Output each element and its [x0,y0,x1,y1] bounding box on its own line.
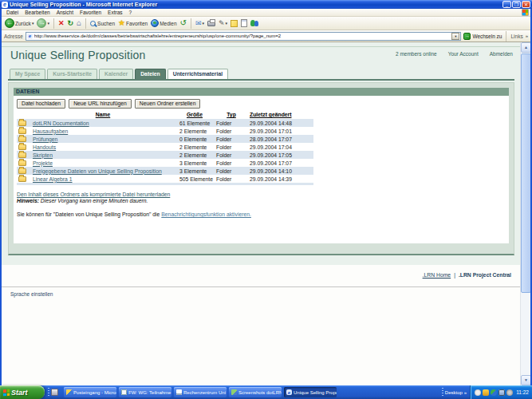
messenger-button[interactable] [250,19,259,27]
mail-button[interactable]: ✉ ▾ [195,20,205,27]
column-header-size[interactable]: Größe [175,111,215,119]
column-header-name[interactable]: Name [31,111,175,119]
menu-datei[interactable]: Datei [3,10,22,15]
tray-update-icon[interactable] [483,389,489,396]
taskbar-button-label: Screenshots dotLRN... [238,390,282,395]
folder-link[interactable]: Handouts [33,144,56,150]
taskbar-clock: 11:22 [516,389,529,395]
folder-link[interactable]: Hausaufgaben [33,128,68,134]
go-label: Wechseln zu [472,34,502,39]
your-account-link[interactable]: Your Account [448,51,479,57]
upload-file-button[interactable]: Datei hochladen [17,99,65,109]
close-button[interactable]: ✕ [522,1,530,8]
tray-messenger-icon[interactable] [491,389,497,396]
folder-size: 61 Elemente [175,119,215,127]
download-zip-link[interactable]: Den Inhalt dieses Ordners als komprimier… [17,192,170,197]
maximize-button[interactable]: ❐ [512,1,521,8]
forward-button[interactable]: → ▾ [36,18,50,28]
browser-window: Datei Bearbeiten Ansicht Favoriten Extra… [0,9,532,385]
desktop-toolbar[interactable]: Desktop » [442,388,470,397]
tab-my-space[interactable]: My Space [10,69,45,79]
folder-link[interactable]: Freigegebene Dateien von Unique Selling … [33,168,162,174]
links-chevron-icon[interactable]: » [526,34,528,38]
tray-display-icon[interactable] [499,389,505,396]
lrn-project-central-link[interactable]: .LRN Project Central [459,272,511,278]
toolbar-grip[interactable] [48,388,49,397]
folder-type: Folder [215,135,248,143]
media-button[interactable]: Medien [150,19,177,27]
taskbar-button-label: Unique Selling Proposi... [294,390,337,395]
folder-link[interactable]: Prüfungen [33,136,57,142]
tab-dateien[interactable]: Dateien [135,69,166,79]
minimize-button[interactable]: _ [502,1,511,8]
tab-kalender[interactable]: Kalender [99,69,133,79]
taskbar-button-posteingang[interactable]: Posteingang - Micros... [64,387,116,397]
home-icon: ⌂ [77,19,81,27]
search-button[interactable]: Suchen [89,21,116,26]
table-end-strip [17,183,313,185]
toolbar-separator [53,18,54,29]
desktop-chevron-icon[interactable]: » [464,390,467,395]
go-arrow-icon: → [463,33,471,40]
set-language-link[interactable]: Sprache einstellen [10,291,53,297]
go-button[interactable]: → Wechseln zu [463,33,502,40]
add-url-button[interactable]: Neue URL hinzufügen [69,99,132,109]
taskbar-button-unique-selling[interactable]: e Unique Selling Proposi... [284,387,337,397]
folder-icon [18,144,26,150]
menu-favoriten[interactable]: Favoriten [77,10,104,15]
refresh-button[interactable]: ↻ [66,20,74,27]
folder-type: Folder [215,151,248,159]
quick-launch-icon[interactable] [51,389,58,396]
address-bar: Adresse e http://www.theservice.de/dotlr… [2,30,530,42]
address-dropdown-button[interactable]: ▾ [451,33,459,40]
folder-size: 2 Elemente [175,151,215,159]
create-folder-button[interactable]: Neuen Ordner erstellen [135,99,201,109]
lrn-home-link[interactable]: .LRN Home [423,272,451,278]
folder-link[interactable]: Projekte [33,160,53,166]
scroll-up-button[interactable]: ▲ [521,42,530,53]
logout-link[interactable]: Abmelden [490,51,513,57]
notification-activate-link[interactable]: Benachrichtigungsfunktion aktivieren. [161,211,251,217]
folder-link[interactable]: Linear Algebra 1 [33,176,73,182]
folder-link[interactable]: dotLRN Documentation [33,120,89,126]
folder-link[interactable]: Skripten [33,152,53,158]
menu-ansicht[interactable]: Ansicht [53,10,77,15]
history-button[interactable]: ↺ [179,19,187,27]
column-header-type[interactable]: Typ [215,111,248,119]
files-portlet: DATEIEN Datei hochladen Neue URL hinzufü… [8,82,514,255]
action-buttons: Datei hochladen Neue URL hinzufügen Neue… [17,99,506,109]
favorites-button[interactable]: ★ Favoriten [117,19,148,27]
scroll-down-button[interactable]: ▼ [521,375,530,385]
stop-button[interactable]: ✕ [57,20,65,27]
menu-hilfe[interactable]: ? [126,10,136,15]
scrollbar-thumb[interactable] [521,53,530,293]
menu-bearbeiten[interactable]: Bearbeiten [22,10,53,15]
discuss-note-icon [231,20,238,27]
column-header-modified[interactable]: Zuletzt geändert [248,111,313,119]
tab-kurs-startseite[interactable]: Kurs-Startseite [47,69,97,79]
folder-size: 505 Elemente [175,175,215,183]
taskbar-button-screenshots[interactable]: Screenshots dotLRN... [229,387,282,397]
taskbar-button-rechenzentrum[interactable]: Rechenzentrum Uni K... [174,387,227,397]
home-button[interactable]: ⌂ [76,19,82,27]
back-icon: ← [5,18,14,28]
back-button[interactable]: ← Zurück ▾ [4,18,34,28]
address-input[interactable]: e http://www.theservice.de/dotlrn/classe… [26,32,462,41]
document-icon [176,389,182,395]
vertical-scrollbar[interactable]: ▲ ▼ [520,42,530,385]
history-icon: ↺ [180,19,187,27]
mail-caret-icon: ▾ [202,21,204,26]
print-button[interactable] [207,21,216,26]
tray-clock-app-icon[interactable] [475,389,481,396]
links-label[interactable]: Links [510,34,522,39]
research-button[interactable] [240,19,248,27]
menu-extras[interactable]: Extras [104,10,125,15]
tab-unterrichtsmaterial[interactable]: Unterrichtsmaterial [167,69,228,79]
toolbar-grip[interactable] [442,388,443,397]
start-button[interactable]: Start [0,385,45,399]
edit-button[interactable]: ✎ ▾ [218,20,228,27]
taskbar-button-mail-message[interactable]: FW: WG: Teilnahme v... [119,387,171,397]
tab-bar: My Space Kurs-Startseite Kalender Dateie… [10,69,228,79]
discuss-button[interactable] [230,20,238,27]
tray-volume-icon[interactable] [506,389,513,396]
